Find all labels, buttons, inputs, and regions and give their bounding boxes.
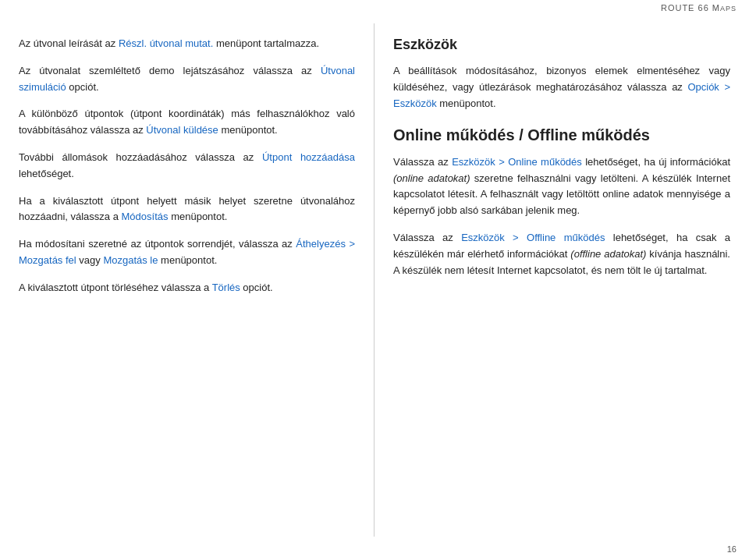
paragraph-5: Ha a kiválasztott útpont helyett másik h… xyxy=(19,193,355,226)
paragraph-3: A különböző útpontok (útpont koordináták… xyxy=(19,106,355,139)
link-opciok-eszkozok[interactable]: Opciók > Eszközök xyxy=(393,81,730,109)
link-utpont-hozzaadasa[interactable]: Útpont hozzáadása xyxy=(262,151,355,163)
paragraph-7: A kiválasztott útpont törléséhez válassz… xyxy=(19,280,355,296)
text-offline-adatok: (offline adatokat) xyxy=(570,248,646,260)
brand-text: ROUTE 66 xyxy=(661,3,709,12)
text-online-adatok: (online adatokat) xyxy=(393,172,470,184)
paragraph-offline: Válassza az Eszközök > Offline működés l… xyxy=(393,230,730,278)
link-torles[interactable]: Törlés xyxy=(212,282,240,293)
paragraph-online: Válassza az Eszközök > Online működés le… xyxy=(393,154,730,219)
page-brand: ROUTE 66 MAPS xyxy=(661,3,737,12)
link-eszkozok-online[interactable]: Eszközök > Online működés xyxy=(452,156,582,168)
section-title-eszkozok: Eszközök xyxy=(393,36,730,54)
link-utvonal-kuldes[interactable]: Útvonal küldése xyxy=(146,124,218,136)
link-utvonal-szimulacio[interactable]: Útvonal szimuláció xyxy=(19,65,355,93)
paragraph-6: Ha módosítani szeretné az útpontok sorre… xyxy=(19,236,355,269)
link-mozgatas-le[interactable]: Mozgatás le xyxy=(103,254,158,266)
link-eszkozok-offline[interactable]: Eszközök > Offline működés xyxy=(461,232,605,243)
section-title-online-offline: Online működés / Offline működés xyxy=(393,125,730,145)
left-column: Az útvonal leírását az Részl. útvonal mu… xyxy=(0,23,374,537)
link-modositas[interactable]: Módosítás xyxy=(122,211,169,222)
paragraph-1: Az útvonal leírását az Részl. útvonal mu… xyxy=(19,36,355,52)
link-atheyezes-mozgatas-fel[interactable]: Áthelyezés > Mozgatás fel xyxy=(19,238,355,266)
paragraph-4: További állomások hozzáadásához válassza… xyxy=(19,150,355,183)
paragraph-2: Az útvonalat szemléltető demo lejátszásá… xyxy=(19,63,355,96)
page-number: 16 xyxy=(727,544,737,554)
right-column: Eszközök A beállítások módosításához, bi… xyxy=(374,23,749,537)
brand-subtitle: MAPS xyxy=(712,3,737,12)
paragraph-eszkozok: A beállítások módosításához, bizonyos el… xyxy=(393,63,730,112)
link-reszl-utvonal[interactable]: Részl. útvonal mutat. xyxy=(119,37,213,49)
